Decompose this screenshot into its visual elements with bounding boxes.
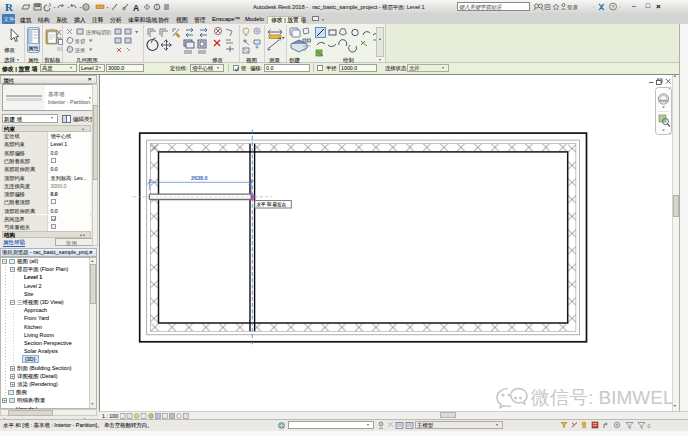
- svg-text:连接端切割: 连接端切割: [86, 29, 111, 36]
- svg-text:?: ?: [611, 4, 614, 10]
- svg-text:微信号: BIMWELL: 微信号: BIMWELL: [530, 387, 672, 408]
- svg-text:剪切: 剪切: [75, 38, 85, 45]
- svg-text:登录: 登录: [567, 4, 579, 11]
- svg-text:·: ·: [619, 4, 621, 10]
- svg-text::0: :0: [646, 423, 650, 429]
- svg-text:2638.0: 2638.0: [191, 175, 208, 181]
- svg-text:·: ·: [593, 4, 595, 10]
- svg-text:水平 和 最近点: 水平 和 最近点: [257, 200, 287, 206]
- svg-text:A: A: [133, 3, 139, 13]
- svg-text:连接: 连接: [75, 47, 85, 53]
